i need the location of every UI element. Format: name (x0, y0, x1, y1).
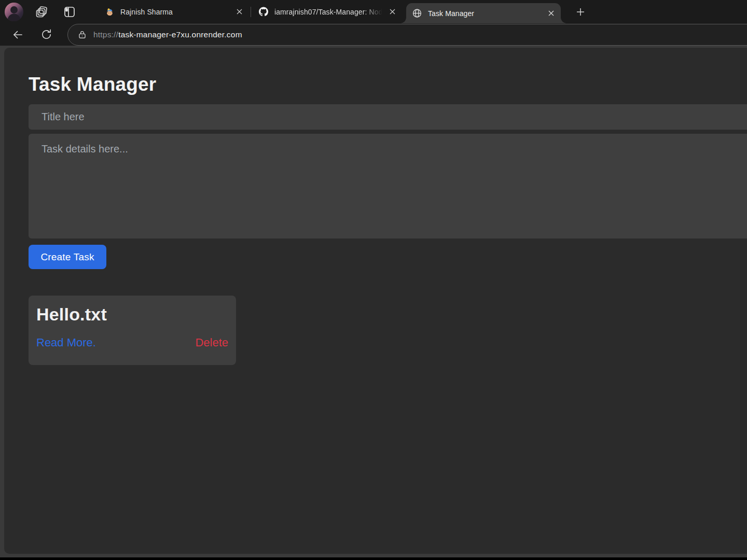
read-more-link[interactable]: Read More. (36, 336, 96, 349)
lock-icon[interactable] (77, 30, 87, 39)
memoji-avatar-icon (105, 7, 114, 17)
create-task-form: Create Task (29, 104, 747, 269)
tab-layout-icon[interactable] (63, 5, 76, 19)
create-task-button[interactable]: Create Task (29, 245, 106, 269)
tab-title: iamrajnish07/Task-Manager: Node (274, 8, 383, 16)
tab-github-task-manager[interactable]: iamrajnish07/Task-Manager: Node (253, 0, 402, 23)
task-card-actions: Read More. Delete (36, 336, 228, 349)
close-icon[interactable] (388, 7, 397, 17)
address-bar[interactable]: https://task-manager-e7xu.onrender.com (67, 24, 747, 46)
task-card-title: Hello.txt (36, 304, 228, 325)
globe-icon (412, 9, 422, 18)
task-manager-page: Task Manager Create Task Hello.txt Read … (4, 48, 747, 365)
tab-rajnish-sharma[interactable]: Rajnish Sharma (99, 0, 249, 23)
url-host: task-manager-e7xu.onrender.com (118, 30, 242, 39)
tab-title: Task Manager (428, 9, 542, 18)
reload-button[interactable] (38, 26, 54, 43)
profile-avatar[interactable] (5, 3, 23, 21)
url-text: https://task-manager-e7xu.onrender.com (93, 30, 242, 39)
page-title: Task Manager (29, 74, 747, 95)
task-card: Hello.txt Read More. Delete (29, 296, 236, 365)
tab-task-manager-active[interactable]: Task Manager (406, 3, 561, 23)
delete-link[interactable]: Delete (195, 336, 228, 349)
close-icon[interactable] (234, 7, 244, 17)
tab-title: Rajnish Sharma (120, 8, 230, 16)
tab-separator (251, 7, 251, 17)
url-scheme: https:// (93, 30, 118, 39)
tab-bar: Rajnish Sharma iamrajnish07/Task-Manager… (0, 0, 747, 23)
browser-toolbar: https://task-manager-e7xu.onrender.com (0, 23, 747, 46)
github-icon (259, 7, 268, 17)
title-input[interactable] (29, 104, 747, 130)
new-tab-button[interactable] (573, 5, 588, 19)
content-frame: Task Manager Create Task Hello.txt Read … (0, 46, 747, 557)
person-photo-icon (5, 3, 23, 21)
close-icon[interactable] (546, 9, 556, 18)
workspaces-icon[interactable] (35, 5, 48, 19)
back-button[interactable] (9, 26, 26, 43)
task-details-textarea[interactable] (29, 134, 747, 239)
webview: Task Manager Create Task Hello.txt Read … (4, 48, 747, 554)
browser-window: Rajnish Sharma iamrajnish07/Task-Manager… (0, 0, 747, 557)
